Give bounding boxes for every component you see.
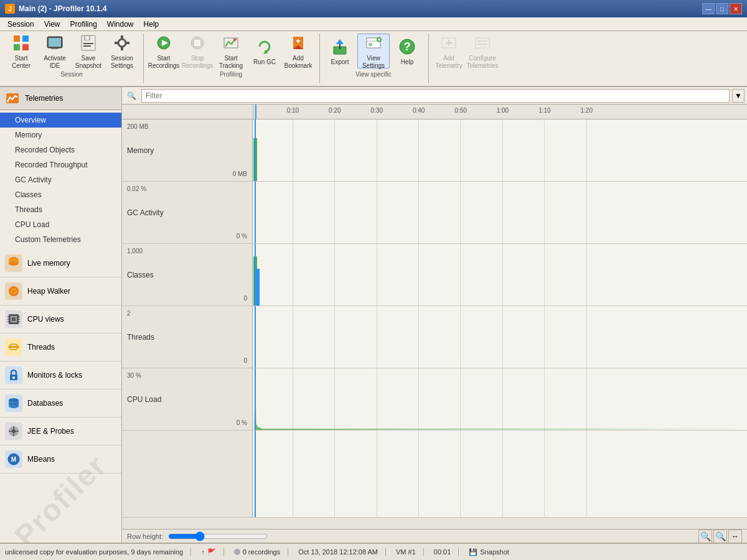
vgrid	[586, 119, 587, 181]
minimize-button[interactable]: —	[702, 3, 715, 14]
sidebar-item-overview[interactable]: Overview	[0, 113, 121, 128]
svg-point-63	[12, 376, 15, 379]
vgrid	[293, 182, 293, 243]
stop-recordings-button[interactable]: StopRecordings	[181, 34, 214, 68]
start-recordings-button[interactable]: StartRecordings	[148, 34, 180, 68]
vgrid	[418, 306, 419, 368]
cpu-min: 0 %	[237, 419, 247, 426]
start-recordings-label: StartRecordings	[148, 55, 180, 70]
cursor-line	[255, 105, 256, 119]
zoom-controls: 🔍 🔍 ↔	[698, 530, 742, 543]
activate-ide-button[interactable]: ActivateIDE	[39, 34, 71, 68]
add-bookmark-button[interactable]: AddBookmark	[282, 34, 314, 68]
threads-chart-label: Threads	[127, 333, 247, 342]
filter-input[interactable]	[141, 89, 730, 103]
sidebar-item-threads[interactable]: Threads	[0, 334, 121, 362]
classes-bar-blue	[256, 269, 260, 306]
vgrid	[460, 431, 461, 517]
menu-view[interactable]: View	[39, 19, 65, 30]
watermark: Profiler	[0, 483, 121, 518]
view-settings-button[interactable]: ViewSettings	[357, 34, 390, 68]
add-telemetry-icon	[439, 33, 459, 53]
toolbar-group-session: StartCenter ActivateIDE SaveSnapshot	[5, 34, 144, 83]
main-area: Telemetries Overview Memory Recorded Obj…	[0, 87, 747, 543]
start-center-label: StartCenter	[12, 55, 31, 70]
run-gc-button[interactable]: Run GC	[248, 34, 281, 68]
sidebar-item-cpu-views[interactable]: CPU views	[0, 306, 121, 334]
vgrid	[544, 306, 545, 368]
toolbar: StartCenter ActivateIDE SaveSnapshot	[0, 31, 747, 87]
svg-rect-33	[369, 43, 372, 46]
add-telemetry-label: AddTelemetry	[435, 55, 462, 70]
menu-window[interactable]: Window	[102, 19, 139, 30]
status-arrow-up[interactable]: ↑	[201, 548, 205, 556]
monitors-locks-icon	[6, 368, 21, 383]
telemetries-header[interactable]: Telemetries	[0, 87, 121, 110]
export-button[interactable]: Export	[324, 34, 356, 68]
statusbar: unlicensed copy for evaluation purposes,…	[0, 543, 747, 560]
snapshot-text: Snapshot	[480, 548, 509, 556]
cpu-views-icon	[6, 312, 21, 327]
maximize-button[interactable]: □	[716, 3, 728, 14]
sidebar-item-jee-probes[interactable]: JEE & Probes	[0, 418, 121, 446]
sidebar-item-mbeans[interactable]: M MBeans	[0, 446, 121, 474]
zoom-out-button[interactable]: 🔍	[713, 530, 727, 543]
chart-row-memory: 200 MB Memory 0 MB	[122, 119, 747, 182]
toolbar-group-profiling: StartRecordings StopRecordings StartTrac…	[148, 34, 320, 83]
menu-help[interactable]: Help	[139, 19, 164, 30]
sidebar-item-gc-activity[interactable]: GC Activity	[0, 172, 121, 187]
sidebar-item-databases[interactable]: Databases	[0, 390, 121, 418]
sidebar-item-heap-walker[interactable]: Heap Walker	[0, 278, 121, 306]
zoom-in-button[interactable]: 🔍	[698, 530, 712, 543]
chart-label-cpu-load: 30 % CPU Load 0 %	[122, 368, 253, 430]
sidebar-item-classes[interactable]: Classes	[0, 187, 121, 202]
chart-area[interactable]: 0:10 0:20 0:30 0:40 0:50 1:00 1:10 1:20 …	[122, 105, 747, 529]
fit-button[interactable]: ↔	[728, 530, 742, 543]
run-gc-label: Run GC	[253, 58, 276, 66]
svg-rect-6	[51, 48, 59, 49]
configure-telemetries-button[interactable]: ConfigureTelemetries	[466, 34, 499, 68]
sidebar-item-custom-telemetries[interactable]: Custom Telemetries	[0, 232, 121, 247]
status-flag[interactable]: 🚩	[207, 548, 216, 556]
threads-min: 0	[243, 357, 247, 364]
chart-label-gc-activity: 0.02 % GC Activity 0 %	[122, 182, 253, 243]
telemetries-icon	[5, 91, 20, 106]
svg-rect-5	[49, 38, 61, 47]
svg-rect-0	[14, 35, 20, 42]
filter-dropdown-button[interactable]: ▼	[732, 89, 745, 103]
start-tracking-button[interactable]: StartTracking	[215, 34, 247, 68]
threads-max: 2	[127, 310, 131, 317]
svg-point-48	[9, 261, 19, 266]
help-icon: ?	[397, 37, 417, 57]
svg-text:?: ?	[404, 40, 411, 53]
row-height-slider[interactable]	[168, 531, 268, 541]
start-center-button[interactable]: StartCenter	[5, 34, 37, 68]
sidebar-item-live-memory[interactable]: Live memory	[0, 250, 121, 278]
status-vm: VM #1	[396, 548, 424, 556]
sidebar-item-recorded-throughput[interactable]: Recorded Throughput	[0, 157, 121, 172]
add-telemetry-button[interactable]: AddTelemetry	[433, 34, 465, 68]
monitors-locks-label: Monitors & locks	[27, 371, 82, 380]
chart-row-classes: 1,000 Classes 0	[122, 244, 747, 306]
sidebar-item-memory[interactable]: Memory	[0, 128, 121, 142]
cpu-max: 30 %	[127, 372, 141, 379]
jee-probes-label: JEE & Probes	[27, 427, 74, 436]
menu-session[interactable]: Session	[2, 19, 39, 30]
help-button[interactable]: ? Help	[391, 34, 423, 68]
close-button[interactable]: ✕	[730, 3, 742, 14]
sidebar-item-recorded-objects[interactable]: Recorded Objects	[0, 142, 121, 157]
sidebar-item-cpu-load[interactable]: CPU Load	[0, 217, 121, 232]
sidebar-item-threads[interactable]: Threads	[0, 202, 121, 217]
vgrid	[334, 182, 335, 243]
session-settings-button[interactable]: SessionSettings	[106, 34, 138, 68]
row-height-bar: Row height: 🔍 🔍 ↔	[122, 529, 747, 543]
vgrid	[586, 244, 587, 306]
vgrid	[586, 306, 587, 368]
save-snapshot-button[interactable]: SaveSnapshot	[72, 34, 105, 68]
menu-profiling[interactable]: Profiling	[65, 19, 102, 30]
svg-rect-54	[12, 317, 16, 321]
titlebar: J Main (2) - JProfiler 10.1.4 — □ ✕	[0, 0, 747, 17]
sidebar-item-monitors-locks[interactable]: Monitors & locks	[0, 362, 121, 390]
status-controls: ↑ 🚩	[201, 548, 224, 556]
vgrid	[502, 244, 503, 306]
